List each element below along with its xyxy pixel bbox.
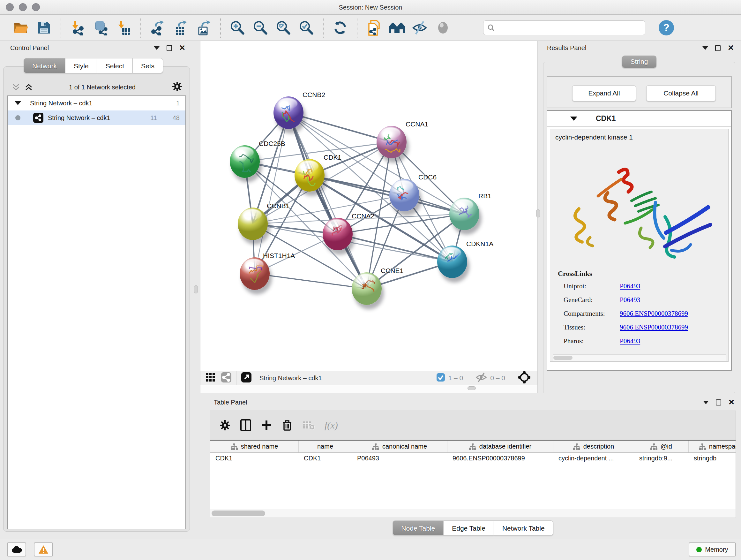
crosslink-link[interactable]: P06493 xyxy=(620,337,640,345)
show-columns-icon[interactable] xyxy=(240,419,251,431)
network-edge[interactable] xyxy=(255,113,288,273)
network-edge[interactable] xyxy=(288,113,367,289)
export-table-button[interactable] xyxy=(169,17,192,38)
tab-select[interactable]: Select xyxy=(97,58,133,73)
column-header-canonical-name[interactable]: canonical name xyxy=(352,441,448,452)
view-splitter-strip[interactable] xyxy=(200,386,537,393)
column-header-shared-name[interactable]: shared name xyxy=(210,441,299,452)
column-header--id[interactable]: @id xyxy=(634,441,689,452)
import-table-button[interactable] xyxy=(112,17,135,38)
network-node-ccne1[interactable] xyxy=(352,272,382,305)
table-row[interactable]: CDK1CDK1P064939606.ENSP00000378699cyclin… xyxy=(210,453,736,465)
network-node-cdc25b[interactable] xyxy=(230,145,260,178)
tab-sets[interactable]: Sets xyxy=(133,58,163,73)
memory-button[interactable]: Memory xyxy=(689,543,736,557)
protein-expander-icon[interactable] xyxy=(570,117,577,121)
expand-all-button[interactable]: Expand All xyxy=(572,85,636,101)
panel-close-icon[interactable]: ✕ xyxy=(728,398,735,406)
table-cell[interactable]: CDK1 xyxy=(210,453,299,465)
protein-card-header[interactable]: CDK1 xyxy=(547,111,731,127)
table-cell[interactable]: P06493 xyxy=(352,453,448,465)
crosslink-link[interactable]: P06493 xyxy=(620,282,640,290)
string-home-button[interactable] xyxy=(386,17,408,38)
panel-float-icon[interactable] xyxy=(716,399,721,406)
zoom-in-button[interactable] xyxy=(226,17,249,38)
open-session-button[interactable] xyxy=(10,17,32,38)
collapse-all-button[interactable]: Collapse All xyxy=(646,85,716,101)
zoom-out-button[interactable] xyxy=(249,17,272,38)
delete-column-icon[interactable] xyxy=(282,419,293,431)
horizontal-splitter-handle[interactable] xyxy=(468,386,476,390)
table-cell[interactable]: 9606.ENSP00000378699 xyxy=(448,453,553,465)
table-horizontal-scrollbar[interactable] xyxy=(210,509,736,518)
table-gear-icon[interactable] xyxy=(219,420,231,431)
minimize-window-button[interactable] xyxy=(19,3,27,11)
panel-close-icon[interactable]: ✕ xyxy=(728,44,734,52)
tab-node-table[interactable]: Node Table xyxy=(393,520,444,536)
warnings-button[interactable] xyxy=(34,543,53,557)
save-session-button[interactable] xyxy=(32,17,56,38)
crosslink-link[interactable]: 9606.ENSP00000378699 xyxy=(620,323,688,331)
import-network-file-button[interactable] xyxy=(66,17,89,38)
expand-all-icon[interactable] xyxy=(24,83,33,91)
birdseye-crosshair-icon[interactable] xyxy=(518,371,531,384)
search-input[interactable] xyxy=(498,24,641,31)
export-network-button[interactable] xyxy=(146,17,169,38)
network-node-rb1[interactable] xyxy=(449,198,479,230)
tab-style[interactable]: Style xyxy=(65,58,97,73)
grid-view-icon[interactable] xyxy=(205,372,216,382)
network-node-cdc6[interactable] xyxy=(389,179,419,211)
column-header-database-identifier[interactable]: database identifier xyxy=(448,441,553,452)
column-header-name[interactable]: name xyxy=(299,441,352,452)
right-splitter-handle[interactable] xyxy=(536,209,540,217)
crosslink-link[interactable]: P06493 xyxy=(620,296,640,304)
network-node-hist1h1a[interactable] xyxy=(240,257,270,290)
column-header-namespace[interactable]: namespace xyxy=(689,441,736,452)
close-window-button[interactable] xyxy=(6,3,14,11)
copy-network-button[interactable] xyxy=(362,17,386,38)
zoom-window-button[interactable] xyxy=(32,3,40,11)
collection-expander-icon[interactable] xyxy=(15,101,21,105)
table-cell[interactable]: cyclin-dependent ... xyxy=(553,453,634,465)
network-node-cdkn1a[interactable] xyxy=(437,246,467,278)
table-cell[interactable]: stringdb xyxy=(689,453,736,465)
table-cell[interactable]: CDK1 xyxy=(299,453,352,465)
detach-view-icon[interactable] xyxy=(241,372,252,383)
add-column-icon[interactable] xyxy=(261,420,272,431)
tab-edge-table[interactable]: Edge Table xyxy=(444,520,494,536)
gear-icon[interactable] xyxy=(172,81,183,92)
window-controls[interactable] xyxy=(6,3,40,11)
network-node-cdk1[interactable] xyxy=(294,159,325,192)
panel-close-icon[interactable]: ✕ xyxy=(179,44,185,52)
panel-menu-icon[interactable] xyxy=(703,401,709,404)
tab-network[interactable]: Network xyxy=(23,58,65,73)
panel-float-icon[interactable] xyxy=(715,45,721,51)
network-node-ccnb2[interactable] xyxy=(273,97,304,129)
network-collection-row[interactable]: String Network – cdk1 1 xyxy=(8,96,185,111)
share-view-icon[interactable] xyxy=(221,372,232,383)
panel-float-icon[interactable] xyxy=(166,45,172,51)
hide-unhide-button[interactable] xyxy=(408,17,431,38)
network-edge[interactable] xyxy=(255,273,367,289)
help-button[interactable]: ? xyxy=(659,20,674,36)
selected-checkbox-icon[interactable] xyxy=(436,373,445,382)
column-header-description[interactable]: description xyxy=(553,441,634,452)
zoom-selected-button[interactable] xyxy=(295,17,318,38)
results-horizontal-scrollbar[interactable] xyxy=(553,354,726,361)
network-node-ccnb1[interactable] xyxy=(238,207,268,240)
network-node-ccna1[interactable] xyxy=(377,126,407,159)
panel-menu-icon[interactable] xyxy=(702,46,708,50)
network-graph-canvas[interactable]: CCNB2CCNA1CDC25BCDK1CDC6RB1CCNB1CCNA2CDK… xyxy=(200,41,537,371)
show-graphics-button[interactable] xyxy=(431,17,455,38)
network-row[interactable]: String Network – cdk1 11 48 xyxy=(8,111,185,125)
left-splitter-handle[interactable] xyxy=(194,285,198,294)
cloud-button[interactable] xyxy=(7,543,26,557)
crosslink-link[interactable]: 9606.ENSP00000378699 xyxy=(620,310,688,318)
export-image-button[interactable] xyxy=(192,17,215,38)
import-network-from-database-button[interactable] xyxy=(89,17,112,38)
results-tab-string[interactable]: String xyxy=(622,56,657,68)
collapse-all-icon[interactable] xyxy=(12,83,20,91)
panel-menu-icon[interactable] xyxy=(154,46,159,50)
tab-network-table[interactable]: Network Table xyxy=(494,520,553,536)
table-cell[interactable]: stringdb:9... xyxy=(634,453,689,465)
